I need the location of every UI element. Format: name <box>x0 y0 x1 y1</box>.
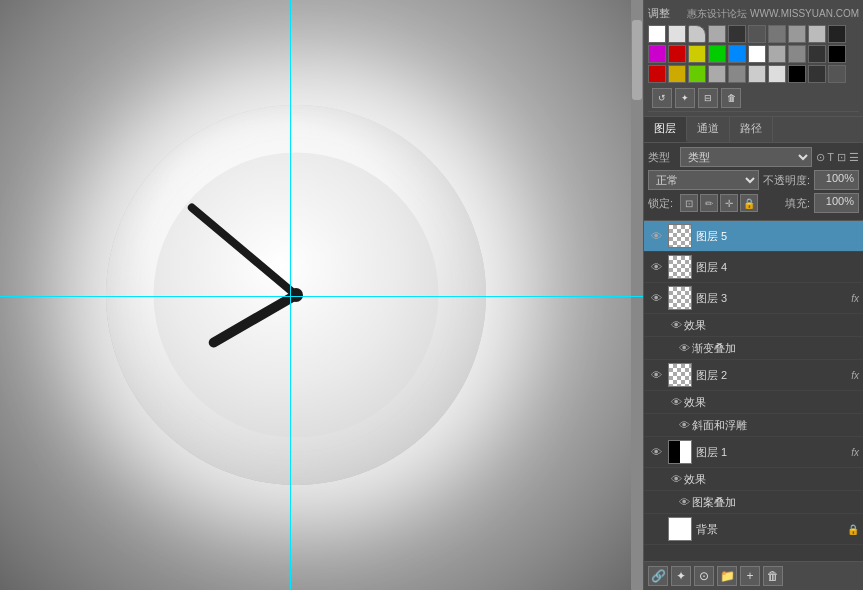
swatch[interactable] <box>728 65 746 83</box>
new-group-btn[interactable]: 📁 <box>717 566 737 586</box>
layer-item-5[interactable]: 👁 图层 5 <box>644 221 863 252</box>
swatch[interactable] <box>788 25 806 43</box>
layer-5-eye[interactable]: 👁 <box>648 228 664 244</box>
layer-3-gradient[interactable]: 👁 渐变叠加 <box>644 337 863 360</box>
link-layers-btn[interactable]: 🔗 <box>648 566 668 586</box>
layer-1-pattern-label: 图案叠加 <box>692 495 859 510</box>
tab-layers[interactable]: 图层 <box>644 117 687 142</box>
swatch[interactable] <box>828 65 846 83</box>
swatch[interactable] <box>808 65 826 83</box>
swatch[interactable] <box>768 45 786 63</box>
right-panel: 调整 惠东设计论坛 WWW.MISSYUAN.COM <box>643 0 863 590</box>
fill-value[interactable]: 100% <box>814 193 859 213</box>
swatch[interactable] <box>788 45 806 63</box>
canvas-area[interactable] <box>0 0 643 590</box>
swatch[interactable] <box>668 25 686 43</box>
lock-position[interactable]: ✛ <box>720 194 738 212</box>
layer-1-effects-label: 效果 <box>684 472 859 487</box>
swatch[interactable] <box>708 65 726 83</box>
layer-item-3[interactable]: 👁 图层 3 fx <box>644 283 863 314</box>
layer-bg-name: 背景 <box>696 522 845 537</box>
new-layer-btn[interactable]: + <box>740 566 760 586</box>
layer-3-effects[interactable]: 👁 效果 <box>644 314 863 337</box>
layer-2-bevel-label: 斜面和浮雕 <box>692 418 859 433</box>
blend-mode-select[interactable]: 正常 <box>648 170 759 190</box>
panel-icons-row: ↺ ✦ ⊟ 🗑 <box>648 85 859 112</box>
layers-list: 👁 图层 5 👁 图层 4 👁 图层 3 fx 👁 效果 <box>644 221 863 561</box>
layer-bg-thumb <box>668 517 692 541</box>
swatch[interactable] <box>688 65 706 83</box>
layer-1-pattern-eye[interactable]: 👁 <box>676 494 692 510</box>
swatch[interactable] <box>688 45 706 63</box>
watermark: 惠东设计论坛 WWW.MISSYUAN.COM <box>687 7 859 21</box>
layer-item-2[interactable]: 👁 图层 2 fx <box>644 360 863 391</box>
icon-btn-2[interactable]: ✦ <box>675 88 695 108</box>
layer-1-pattern[interactable]: 👁 图案叠加 <box>644 491 863 514</box>
swatch[interactable] <box>808 45 826 63</box>
swatch[interactable] <box>688 25 706 43</box>
lock-pixels[interactable]: ✏ <box>700 194 718 212</box>
add-mask-btn[interactable]: ⊙ <box>694 566 714 586</box>
layer-3-gradient-eye[interactable]: 👁 <box>676 340 692 356</box>
lock-transparent[interactable]: ⊡ <box>680 194 698 212</box>
layer-1-eye[interactable]: 👁 <box>648 444 664 460</box>
layer-bg-lock: 🔒 <box>847 524 859 535</box>
layer-1-thumb <box>668 440 692 464</box>
layer-1-effects[interactable]: 👁 效果 <box>644 468 863 491</box>
layer-3-effects-eye[interactable]: 👁 <box>668 317 684 333</box>
swatch[interactable] <box>808 25 826 43</box>
fill-label: 填充: <box>782 196 810 211</box>
swatch[interactable] <box>748 45 766 63</box>
canvas-scrollbar[interactable] <box>631 0 643 590</box>
layer-2-eye[interactable]: 👁 <box>648 367 664 383</box>
swatch[interactable] <box>728 45 746 63</box>
swatch[interactable] <box>708 25 726 43</box>
lock-row: 锁定: ⊡ ✏ ✛ 🔒 填充: 100% <box>648 193 859 213</box>
lock-label: 锁定: <box>648 196 676 211</box>
filter-select[interactable]: 类型 <box>680 147 812 167</box>
layer-4-eye[interactable]: 👁 <box>648 259 664 275</box>
layer-2-effects-eye[interactable]: 👁 <box>668 394 684 410</box>
swatch[interactable] <box>728 25 746 43</box>
swatch[interactable] <box>648 25 666 43</box>
layer-5-name: 图层 5 <box>696 229 859 244</box>
layer-1-effects-eye[interactable]: 👁 <box>668 471 684 487</box>
swatch[interactable] <box>788 65 806 83</box>
icon-btn-1[interactable]: ↺ <box>652 88 672 108</box>
icon-btn-3[interactable]: ⊟ <box>698 88 718 108</box>
swatch[interactable] <box>828 45 846 63</box>
swatch[interactable] <box>648 45 666 63</box>
layer-2-thumb <box>668 363 692 387</box>
swatch[interactable] <box>768 65 786 83</box>
layer-3-eye[interactable]: 👁 <box>648 290 664 306</box>
tab-paths[interactable]: 路径 <box>730 117 773 142</box>
layer-2-effects[interactable]: 👁 效果 <box>644 391 863 414</box>
swatch[interactable] <box>768 25 786 43</box>
icon-btn-trash[interactable]: 🗑 <box>721 88 741 108</box>
opacity-value[interactable]: 100% <box>814 170 859 190</box>
layer-item-bg[interactable]: 背景 🔒 <box>644 514 863 545</box>
swatch[interactable] <box>708 45 726 63</box>
tab-channels[interactable]: 通道 <box>687 117 730 142</box>
swatch[interactable] <box>748 65 766 83</box>
delete-layer-btn[interactable]: 🗑 <box>763 566 783 586</box>
swatch[interactable] <box>668 65 686 83</box>
clock-container <box>106 105 486 485</box>
swatch[interactable] <box>668 45 686 63</box>
lock-all[interactable]: 🔒 <box>740 194 758 212</box>
layer-2-bevel[interactable]: 👁 斜面和浮雕 <box>644 414 863 437</box>
add-style-btn[interactable]: ✦ <box>671 566 691 586</box>
swatch[interactable] <box>648 65 666 83</box>
layer-2-bevel-eye[interactable]: 👁 <box>676 417 692 433</box>
layer-1-name: 图层 1 <box>696 445 847 460</box>
layer-bg-eye[interactable] <box>648 521 664 537</box>
swatch-row-1 <box>648 25 859 43</box>
swatch[interactable] <box>828 25 846 43</box>
layer-item-4[interactable]: 👁 图层 4 <box>644 252 863 283</box>
scrollbar-thumb[interactable] <box>632 20 642 100</box>
filter-row: 类型 类型 ⊙ T ⊡ ☰ <box>648 147 859 167</box>
swatch-row-3 <box>648 65 859 83</box>
layer-1-fx: fx <box>851 447 859 458</box>
layer-item-1[interactable]: 👁 图层 1 fx <box>644 437 863 468</box>
swatch[interactable] <box>748 25 766 43</box>
